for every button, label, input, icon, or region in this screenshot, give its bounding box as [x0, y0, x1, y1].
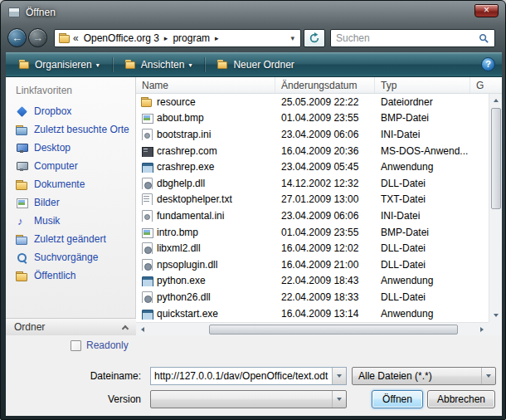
table-row[interactable]: intro.bmp 01.04.2009 23:55 BMP-Datei	[136, 224, 489, 241]
sidebar-item-label: Bilder	[34, 197, 60, 208]
table-row[interactable]: python.exe 22.04.2009 18:43 Anwendung	[136, 273, 489, 290]
sidebar-item[interactable]: Musik	[6, 212, 135, 230]
sidebar-item[interactable]: Computer	[6, 157, 135, 175]
filename-dropdown-button[interactable]	[332, 368, 346, 384]
column-header-name[interactable]: Name	[136, 77, 275, 93]
sidebar-item[interactable]: Öffentlich	[6, 266, 135, 285]
sidebar-item-label: Öffentlich	[34, 270, 75, 281]
breadcrumb-item[interactable]: OpenOffice.org 3	[81, 32, 162, 45]
file-date: 23.04.2009 05:45	[275, 161, 375, 173]
filetype-dropdown[interactable]: Alle Dateien (*.*)	[352, 367, 496, 385]
file-date: 16.04.2009 13:14	[275, 308, 375, 320]
sidebar-item[interactable]: Dokumente	[6, 175, 135, 193]
table-row[interactable]: npsoplugin.dll 16.04.2009 21:00 DLL-Date…	[136, 256, 489, 273]
sidebar-item[interactable]: Bilder	[6, 193, 135, 212]
table-row[interactable]: bootstrap.ini 23.04.2009 06:06 INI-Datei	[136, 126, 489, 143]
close-button[interactable]: ×	[474, 4, 499, 17]
column-header-row: Name Änderungsdatum Typ G	[136, 77, 502, 94]
column-header-type[interactable]: Typ	[375, 77, 470, 93]
column-header-size[interactable]: G	[470, 77, 502, 93]
search-icon[interactable]	[479, 33, 489, 44]
sidebar-item-icon	[16, 271, 28, 281]
scroll-left-button[interactable]	[136, 323, 149, 336]
file-type: TXT-Datei	[375, 193, 470, 205]
arrow-left-icon	[141, 327, 144, 332]
open-button[interactable]: Öffnen	[372, 390, 423, 408]
column-header-date[interactable]: Änderungsdatum	[275, 77, 375, 93]
vertical-scrollbar[interactable]	[489, 94, 502, 322]
file-name: python26.dll	[157, 291, 211, 303]
table-row[interactable]: desktophelper.txt 27.01.2009 13:00 TXT-D…	[136, 192, 489, 208]
table-row[interactable]: about.bmp 01.04.2009 23:55 BMP-Datei	[136, 110, 489, 127]
file-type: Anwendung	[375, 161, 470, 173]
search-input[interactable]	[336, 32, 475, 44]
sidebar-item-label: Computer	[34, 160, 78, 172]
sidebar-item-label: Suchvorgänge	[34, 252, 98, 263]
help-button[interactable]: ?	[481, 57, 495, 71]
back-button[interactable]: ←	[7, 28, 27, 47]
refresh-button[interactable]	[304, 29, 325, 47]
sidebar-item[interactable]: Zuletzt geändert	[6, 230, 135, 248]
file-name: python.exe	[157, 275, 206, 286]
table-row[interactable]: libxml2.dll 16.04.2009 12:02 DLL-Datei	[136, 240, 489, 256]
forward-button[interactable]: →	[28, 28, 47, 47]
sidebar-item-label: Dokumente	[34, 178, 85, 190]
folders-label: Ordner	[14, 321, 45, 333]
filename-label: Dateiname:	[6, 367, 145, 385]
sidebar-item[interactable]: Zuletzt besuchte Orte	[6, 120, 135, 139]
breadcrumb-overflow-chevron[interactable]: «	[73, 32, 79, 44]
file-name: about.bmp	[157, 112, 204, 124]
dialog-footer: Readonly Dateiname: Alle Dateien (*.*) V…	[6, 335, 502, 416]
sidebar-item-icon	[16, 125, 28, 135]
table-row[interactable]: crashrep.exe 23.04.2009 05:45 Anwendung	[136, 159, 489, 175]
main-area: Linkfavoriten Dropbox Zuletzt besuchte O…	[6, 77, 502, 335]
file-date: 14.12.2002 12:32	[275, 178, 375, 189]
scroll-right-button[interactable]	[475, 323, 489, 336]
sidebar-item[interactable]: Dropbox	[6, 102, 135, 120]
file-type-icon	[141, 210, 153, 222]
version-label: Version	[6, 390, 145, 408]
table-row[interactable]: python26.dll 22.04.2009 18:33 DLL-Datei	[136, 289, 489, 305]
horizontal-scrollbar[interactable]	[136, 322, 489, 335]
file-type-icon	[141, 129, 153, 140]
scroll-up-button[interactable]	[489, 94, 503, 107]
version-dropdown[interactable]	[150, 390, 347, 408]
table-row[interactable]: dbghelp.dll 14.12.2002 12:32 DLL-Datei	[136, 175, 489, 192]
table-row[interactable]: fundamental.ini 23.04.2009 06:06 INI-Dat…	[136, 208, 489, 224]
scroll-down-button[interactable]	[489, 309, 503, 322]
organize-button[interactable]: Organisieren ▾	[12, 56, 106, 74]
breadcrumb-item[interactable]: program	[170, 32, 212, 45]
readonly-checkbox[interactable]	[71, 340, 81, 351]
cancel-button[interactable]: Abbrechen	[427, 390, 495, 408]
sidebar-item-icon	[16, 234, 28, 245]
vertical-scroll-thumb[interactable]	[491, 108, 501, 209]
new-folder-label: Neuer Ordner	[233, 59, 294, 71]
views-label: Ansichten	[141, 59, 185, 71]
filename-input[interactable]	[151, 368, 332, 384]
file-date: 01.04.2009 23:55	[275, 112, 375, 124]
titlebar[interactable]: Öffnen ×	[1, 1, 505, 24]
crumb-separator-icon[interactable]: ▸	[164, 34, 168, 42]
table-row[interactable]: resource 25.05.2009 22:22 Dateiordner	[136, 94, 489, 110]
horizontal-scroll-thumb[interactable]	[209, 325, 458, 335]
file-name: resource	[157, 96, 196, 108]
folders-expander[interactable]: Ordner	[6, 318, 136, 335]
breadcrumb[interactable]: « OpenOffice.org 3 ▸ program ▸ ▾	[54, 29, 301, 47]
refresh-icon	[309, 32, 320, 44]
file-type: DLL-Datei	[375, 259, 470, 271]
breadcrumb-dropdown-icon[interactable]: ▾	[289, 34, 296, 42]
crumb-separator-icon[interactable]: ▸	[215, 34, 219, 42]
sidebar-item[interactable]: Suchvorgänge	[6, 248, 135, 266]
readonly-label[interactable]: Readonly	[86, 339, 129, 351]
new-folder-button[interactable]: Neuer Ordner	[211, 56, 300, 74]
sidebar-item-icon	[16, 106, 28, 117]
file-rows: resource 25.05.2009 22:22 Dateiordner ab…	[136, 94, 489, 322]
table-row[interactable]: quickstart.exe 16.04.2009 13:14 Anwendun…	[136, 305, 489, 322]
sidebar-item[interactable]: Desktop	[6, 139, 135, 157]
file-date: 27.01.2009 13:00	[275, 193, 375, 205]
table-row[interactable]: crashrep.com 16.04.2009 20:36 MS-DOS-Anw…	[136, 143, 489, 159]
open-file-dialog: Öffnen × ← → « OpenOffice.org 3 ▸ progra…	[0, 0, 506, 420]
views-button[interactable]: Ansichten ▾	[119, 56, 199, 74]
arrow-right-icon	[480, 327, 484, 332]
chevron-up-icon	[122, 325, 129, 331]
